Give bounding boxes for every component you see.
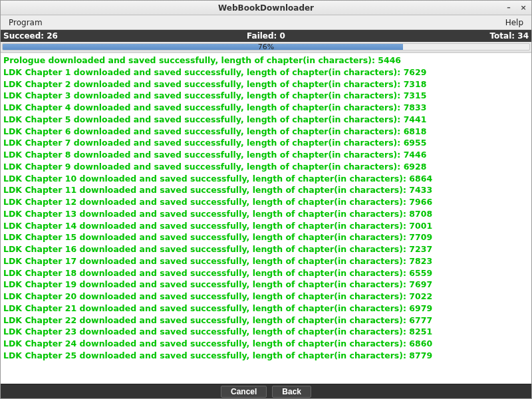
log-line: LDK Chapter 6 downloaded and saved succe…	[3, 126, 529, 138]
status-total: Total: 34	[354, 31, 529, 41]
progress-row: 76%	[1, 42, 531, 53]
log-line: LDK Chapter 18 downloaded and saved succ…	[3, 267, 529, 279]
log-line: LDK Chapter 19 downloaded and saved succ…	[3, 279, 529, 291]
log-line: LDK Chapter 9 downloaded and saved succe…	[3, 161, 529, 173]
log-line: LDK Chapter 17 downloaded and saved succ…	[3, 255, 529, 267]
window-title: WebBookDownloader	[218, 3, 314, 13]
log-line: LDK Chapter 10 downloaded and saved succ…	[3, 173, 529, 185]
log-line: LDK Chapter 16 downloaded and saved succ…	[3, 243, 529, 255]
app-window: WebBookDownloader – × Program Help Succe…	[0, 0, 532, 399]
log-line: LDK Chapter 11 downloaded and saved succ…	[3, 184, 529, 196]
log-line: LDK Chapter 21 downloaded and saved succ…	[3, 303, 529, 315]
log-line: Prologue downloaded and saved successful…	[3, 55, 529, 66]
titlebar[interactable]: WebBookDownloader – ×	[1, 1, 531, 15]
status-failed: Failed: 0	[178, 31, 353, 41]
bottom-bar: Cancel Back	[1, 384, 531, 398]
menu-program[interactable]: Program	[5, 17, 47, 29]
log-line: LDK Chapter 23 downloaded and saved succ…	[3, 326, 529, 338]
log-line: LDK Chapter 14 downloaded and saved succ…	[3, 220, 529, 232]
log-line: LDK Chapter 13 downloaded and saved succ…	[3, 208, 529, 220]
log-line: LDK Chapter 7 downloaded and saved succe…	[3, 137, 529, 149]
log-line: LDK Chapter 24 downloaded and saved succ…	[3, 338, 529, 350]
menu-help[interactable]: Help	[501, 17, 527, 29]
status-bar: Succeed: 26 Failed: 0 Total: 34	[1, 30, 531, 42]
progress-label: 76%	[3, 44, 529, 50]
status-succeed: Succeed: 26	[3, 31, 178, 41]
back-button[interactable]: Back	[272, 386, 311, 398]
window-controls: – ×	[503, 1, 529, 15]
log-line: LDK Chapter 4 downloaded and saved succe…	[3, 102, 529, 114]
log-line: LDK Chapter 3 downloaded and saved succe…	[3, 90, 529, 102]
progress-bar: 76%	[2, 43, 530, 51]
log-line: LDK Chapter 2 downloaded and saved succe…	[3, 78, 529, 90]
cancel-button[interactable]: Cancel	[221, 386, 267, 398]
log-line: LDK Chapter 12 downloaded and saved succ…	[3, 196, 529, 208]
close-icon[interactable]: ×	[518, 3, 529, 13]
log-line: LDK Chapter 20 downloaded and saved succ…	[3, 291, 529, 303]
log-line: LDK Chapter 22 downloaded and saved succ…	[3, 315, 529, 327]
log-line: LDK Chapter 15 downloaded and saved succ…	[3, 231, 529, 243]
log-pane[interactable]: Prologue downloaded and saved successful…	[1, 53, 531, 384]
log-line: LDK Chapter 25 downloaded and saved succ…	[3, 350, 529, 362]
log-line: LDK Chapter 1 downloaded and saved succe…	[3, 66, 529, 78]
minimize-icon[interactable]: –	[503, 3, 514, 13]
menubar: Program Help	[1, 15, 531, 30]
log-line: LDK Chapter 5 downloaded and saved succe…	[3, 114, 529, 126]
log-line: LDK Chapter 8 downloaded and saved succe…	[3, 149, 529, 161]
